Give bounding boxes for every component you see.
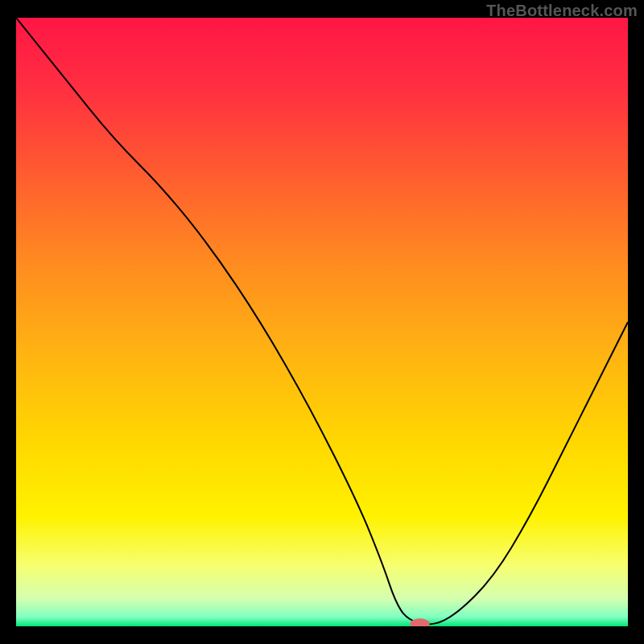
plot-area <box>16 18 628 626</box>
gradient-background <box>16 18 628 626</box>
chart-frame: TheBottleneck.com <box>0 0 644 644</box>
bottleneck-chart <box>16 18 628 626</box>
